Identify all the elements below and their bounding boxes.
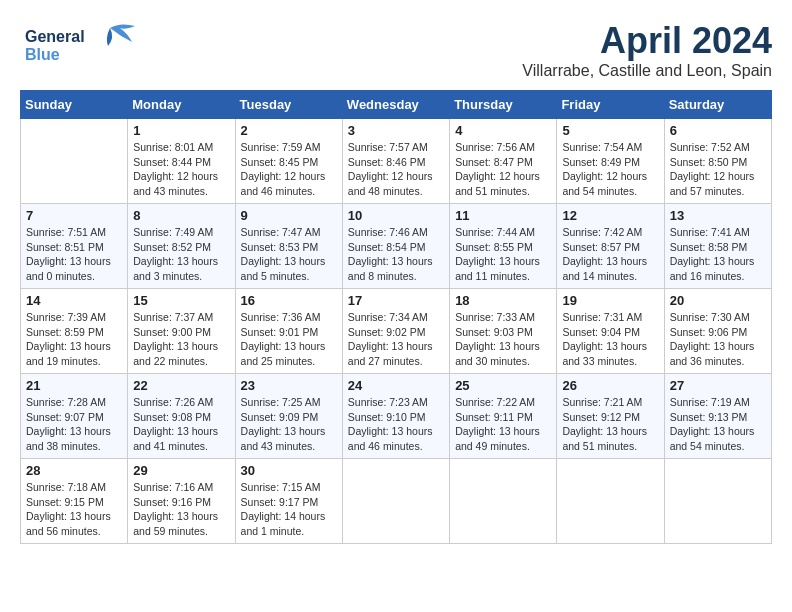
- calendar-cell: 10Sunrise: 7:46 AM Sunset: 8:54 PM Dayli…: [342, 204, 449, 289]
- day-number: 9: [241, 208, 337, 223]
- day-info: Sunrise: 7:47 AM Sunset: 8:53 PM Dayligh…: [241, 225, 337, 284]
- day-info: Sunrise: 7:57 AM Sunset: 8:46 PM Dayligh…: [348, 140, 444, 199]
- calendar-cell: [664, 459, 771, 544]
- weekday-header-wednesday: Wednesday: [342, 91, 449, 119]
- calendar-cell: 15Sunrise: 7:37 AM Sunset: 9:00 PM Dayli…: [128, 289, 235, 374]
- day-info: Sunrise: 7:49 AM Sunset: 8:52 PM Dayligh…: [133, 225, 229, 284]
- week-row-4: 21Sunrise: 7:28 AM Sunset: 9:07 PM Dayli…: [21, 374, 772, 459]
- day-info: Sunrise: 7:56 AM Sunset: 8:47 PM Dayligh…: [455, 140, 551, 199]
- weekday-header-sunday: Sunday: [21, 91, 128, 119]
- day-info: Sunrise: 7:21 AM Sunset: 9:12 PM Dayligh…: [562, 395, 658, 454]
- day-info: Sunrise: 7:46 AM Sunset: 8:54 PM Dayligh…: [348, 225, 444, 284]
- weekday-header-thursday: Thursday: [450, 91, 557, 119]
- day-number: 7: [26, 208, 122, 223]
- calendar-cell: 20Sunrise: 7:30 AM Sunset: 9:06 PM Dayli…: [664, 289, 771, 374]
- day-info: Sunrise: 7:34 AM Sunset: 9:02 PM Dayligh…: [348, 310, 444, 369]
- day-info: Sunrise: 7:44 AM Sunset: 8:55 PM Dayligh…: [455, 225, 551, 284]
- week-row-1: 1Sunrise: 8:01 AM Sunset: 8:44 PM Daylig…: [21, 119, 772, 204]
- calendar-cell: 25Sunrise: 7:22 AM Sunset: 9:11 PM Dayli…: [450, 374, 557, 459]
- day-info: Sunrise: 7:25 AM Sunset: 9:09 PM Dayligh…: [241, 395, 337, 454]
- day-number: 18: [455, 293, 551, 308]
- calendar-cell: 8Sunrise: 7:49 AM Sunset: 8:52 PM Daylig…: [128, 204, 235, 289]
- calendar-cell: 13Sunrise: 7:41 AM Sunset: 8:58 PM Dayli…: [664, 204, 771, 289]
- day-info: Sunrise: 7:22 AM Sunset: 9:11 PM Dayligh…: [455, 395, 551, 454]
- calendar-cell: 3Sunrise: 7:57 AM Sunset: 8:46 PM Daylig…: [342, 119, 449, 204]
- day-info: Sunrise: 7:36 AM Sunset: 9:01 PM Dayligh…: [241, 310, 337, 369]
- day-number: 1: [133, 123, 229, 138]
- svg-text:Blue: Blue: [25, 46, 60, 63]
- calendar-cell: 2Sunrise: 7:59 AM Sunset: 8:45 PM Daylig…: [235, 119, 342, 204]
- day-number: 20: [670, 293, 766, 308]
- day-info: Sunrise: 7:26 AM Sunset: 9:08 PM Dayligh…: [133, 395, 229, 454]
- calendar-cell: 11Sunrise: 7:44 AM Sunset: 8:55 PM Dayli…: [450, 204, 557, 289]
- calendar-subtitle: Villarrabe, Castille and Leon, Spain: [522, 62, 772, 80]
- weekday-header-saturday: Saturday: [664, 91, 771, 119]
- day-info: Sunrise: 7:15 AM Sunset: 9:17 PM Dayligh…: [241, 480, 337, 539]
- day-info: Sunrise: 7:19 AM Sunset: 9:13 PM Dayligh…: [670, 395, 766, 454]
- calendar-cell: 23Sunrise: 7:25 AM Sunset: 9:09 PM Dayli…: [235, 374, 342, 459]
- calendar-cell: 22Sunrise: 7:26 AM Sunset: 9:08 PM Dayli…: [128, 374, 235, 459]
- day-number: 22: [133, 378, 229, 393]
- day-info: Sunrise: 8:01 AM Sunset: 8:44 PM Dayligh…: [133, 140, 229, 199]
- calendar-table: SundayMondayTuesdayWednesdayThursdayFrid…: [20, 90, 772, 544]
- day-number: 19: [562, 293, 658, 308]
- calendar-title: April 2024: [522, 20, 772, 62]
- day-number: 6: [670, 123, 766, 138]
- calendar-cell: 7Sunrise: 7:51 AM Sunset: 8:51 PM Daylig…: [21, 204, 128, 289]
- day-info: Sunrise: 7:16 AM Sunset: 9:16 PM Dayligh…: [133, 480, 229, 539]
- week-row-3: 14Sunrise: 7:39 AM Sunset: 8:59 PM Dayli…: [21, 289, 772, 374]
- calendar-cell: 1Sunrise: 8:01 AM Sunset: 8:44 PM Daylig…: [128, 119, 235, 204]
- calendar-cell: 19Sunrise: 7:31 AM Sunset: 9:04 PM Dayli…: [557, 289, 664, 374]
- calendar-cell: [342, 459, 449, 544]
- page-header: General Blue April 2024 Villarrabe, Cast…: [20, 20, 772, 80]
- day-number: 11: [455, 208, 551, 223]
- svg-text:General: General: [25, 28, 85, 45]
- week-row-2: 7Sunrise: 7:51 AM Sunset: 8:51 PM Daylig…: [21, 204, 772, 289]
- calendar-cell: 4Sunrise: 7:56 AM Sunset: 8:47 PM Daylig…: [450, 119, 557, 204]
- day-number: 14: [26, 293, 122, 308]
- day-number: 26: [562, 378, 658, 393]
- day-info: Sunrise: 7:42 AM Sunset: 8:57 PM Dayligh…: [562, 225, 658, 284]
- day-info: Sunrise: 7:23 AM Sunset: 9:10 PM Dayligh…: [348, 395, 444, 454]
- day-number: 10: [348, 208, 444, 223]
- day-number: 17: [348, 293, 444, 308]
- calendar-cell: 17Sunrise: 7:34 AM Sunset: 9:02 PM Dayli…: [342, 289, 449, 374]
- calendar-cell: 29Sunrise: 7:16 AM Sunset: 9:16 PM Dayli…: [128, 459, 235, 544]
- calendar-cell: 27Sunrise: 7:19 AM Sunset: 9:13 PM Dayli…: [664, 374, 771, 459]
- day-number: 2: [241, 123, 337, 138]
- day-number: 13: [670, 208, 766, 223]
- logo: General Blue: [20, 20, 140, 74]
- day-info: Sunrise: 7:51 AM Sunset: 8:51 PM Dayligh…: [26, 225, 122, 284]
- day-number: 5: [562, 123, 658, 138]
- day-number: 30: [241, 463, 337, 478]
- calendar-cell: [450, 459, 557, 544]
- day-info: Sunrise: 7:28 AM Sunset: 9:07 PM Dayligh…: [26, 395, 122, 454]
- day-number: 25: [455, 378, 551, 393]
- calendar-cell: 14Sunrise: 7:39 AM Sunset: 8:59 PM Dayli…: [21, 289, 128, 374]
- calendar-cell: 24Sunrise: 7:23 AM Sunset: 9:10 PM Dayli…: [342, 374, 449, 459]
- logo-text: General Blue: [20, 20, 140, 74]
- day-number: 4: [455, 123, 551, 138]
- calendar-cell: 6Sunrise: 7:52 AM Sunset: 8:50 PM Daylig…: [664, 119, 771, 204]
- day-info: Sunrise: 7:33 AM Sunset: 9:03 PM Dayligh…: [455, 310, 551, 369]
- day-number: 23: [241, 378, 337, 393]
- weekday-header-friday: Friday: [557, 91, 664, 119]
- weekday-header-row: SundayMondayTuesdayWednesdayThursdayFrid…: [21, 91, 772, 119]
- calendar-cell: 12Sunrise: 7:42 AM Sunset: 8:57 PM Dayli…: [557, 204, 664, 289]
- day-number: 21: [26, 378, 122, 393]
- day-number: 16: [241, 293, 337, 308]
- calendar-cell: 9Sunrise: 7:47 AM Sunset: 8:53 PM Daylig…: [235, 204, 342, 289]
- calendar-cell: [557, 459, 664, 544]
- day-info: Sunrise: 7:37 AM Sunset: 9:00 PM Dayligh…: [133, 310, 229, 369]
- day-number: 8: [133, 208, 229, 223]
- day-info: Sunrise: 7:31 AM Sunset: 9:04 PM Dayligh…: [562, 310, 658, 369]
- day-number: 3: [348, 123, 444, 138]
- calendar-cell: 18Sunrise: 7:33 AM Sunset: 9:03 PM Dayli…: [450, 289, 557, 374]
- calendar-cell: 26Sunrise: 7:21 AM Sunset: 9:12 PM Dayli…: [557, 374, 664, 459]
- day-info: Sunrise: 7:52 AM Sunset: 8:50 PM Dayligh…: [670, 140, 766, 199]
- calendar-cell: [21, 119, 128, 204]
- week-row-5: 28Sunrise: 7:18 AM Sunset: 9:15 PM Dayli…: [21, 459, 772, 544]
- calendar-cell: 5Sunrise: 7:54 AM Sunset: 8:49 PM Daylig…: [557, 119, 664, 204]
- day-info: Sunrise: 7:54 AM Sunset: 8:49 PM Dayligh…: [562, 140, 658, 199]
- day-number: 12: [562, 208, 658, 223]
